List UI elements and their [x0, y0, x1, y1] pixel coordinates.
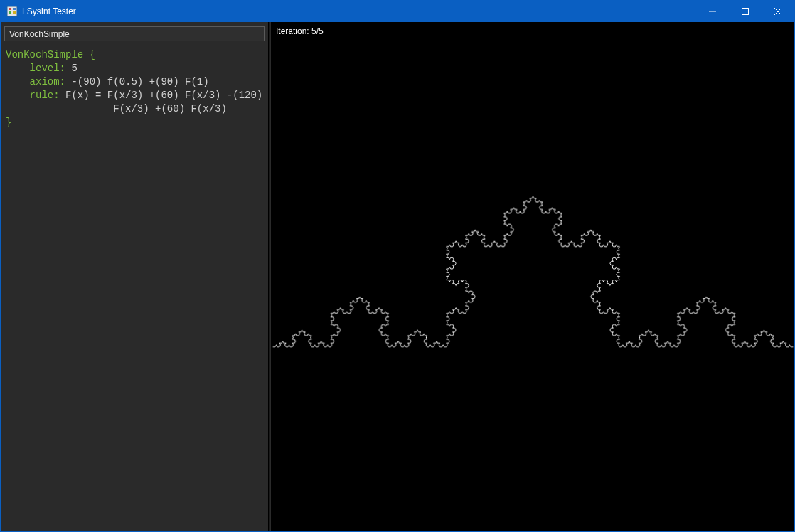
- code-rule-line1: F(x) = F(x/3) +(60) F(x/3) -(120): [60, 90, 263, 101]
- app-icon: [6, 6, 18, 17]
- close-button[interactable]: [762, 1, 794, 22]
- code-rule-key: rule:: [30, 90, 60, 101]
- svg-rect-2: [13, 8, 16, 10]
- client-area: VonKochSimple VonKochSimple { level: 5 a…: [1, 22, 794, 531]
- code-close-brace: }: [6, 117, 11, 128]
- code-system-name: VonKochSimple: [6, 49, 83, 60]
- code-axiom-value: -(90) f(0.5) +(90) F(1): [65, 76, 209, 87]
- code-level-key: level:: [30, 63, 65, 74]
- maximize-button[interactable]: [729, 1, 762, 22]
- svg-rect-1: [9, 8, 11, 10]
- svg-rect-4: [13, 11, 16, 14]
- minimize-button[interactable]: [696, 1, 729, 22]
- code-open-brace: {: [83, 49, 95, 60]
- code-rule-line2: F(x/3) +(60) F(x/3): [113, 103, 227, 115]
- svg-rect-3: [9, 11, 11, 14]
- code-indent-rule2: [6, 103, 113, 115]
- window-controls: [696, 1, 794, 22]
- system-selector-value: VonKochSimple: [9, 29, 70, 39]
- window-title: LSysInt Tester: [22, 6, 76, 16]
- code-indent: [6, 90, 30, 101]
- code-level-value: 5: [65, 63, 78, 74]
- code-axiom-key: axiom:: [30, 76, 65, 87]
- system-selector[interactable]: VonKochSimple: [4, 26, 265, 41]
- titlebar[interactable]: LSysInt Tester: [1, 1, 794, 22]
- code-indent: [6, 63, 30, 74]
- code-indent: [6, 76, 30, 87]
- fractal-canvas[interactable]: [272, 22, 794, 531]
- render-pane: Iteration: 5/5: [272, 22, 794, 531]
- left-pane: VonKochSimple VonKochSimple { level: 5 a…: [1, 22, 269, 531]
- svg-rect-5: [742, 9, 749, 15]
- code-editor[interactable]: VonKochSimple { level: 5 axiom: -(90) f(…: [4, 46, 265, 528]
- app-window: LSysInt Tester VonKochSimple VonKochSimp…: [0, 0, 795, 532]
